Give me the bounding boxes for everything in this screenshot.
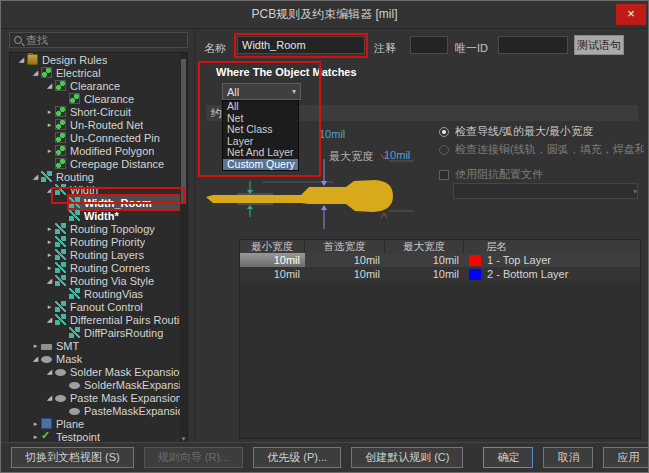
expander-closed-icon[interactable]: ▸ xyxy=(44,235,55,248)
tree-item-label: Design Rules xyxy=(42,54,107,66)
c-button[interactable]: 创建默认规则 (C) xyxy=(351,447,463,468)
scope-option-net-and-layer[interactable]: Net And Layer xyxy=(223,147,298,159)
close-icon[interactable]: × xyxy=(616,4,646,25)
preferred-width-cell[interactable]: 10mil xyxy=(305,253,385,267)
tree-item-paste-mask-expansion[interactable]: ◢Paste Mask Expansion xyxy=(10,391,187,404)
tree-item-routing-via-style[interactable]: ◢Routing Via Style xyxy=(10,274,187,287)
search-box[interactable] xyxy=(9,32,188,48)
title-bar: PCB规则及约束编辑器 [mil] × xyxy=(1,1,648,29)
p-button[interactable]: 优先级 (P)... xyxy=(253,447,341,468)
tree-item-clearance[interactable]: ◢Clearance xyxy=(10,79,187,92)
expander-closed-icon[interactable]: ▸ xyxy=(30,417,41,430)
tree-item-fanout-control[interactable]: ▸Fanout Control xyxy=(10,300,187,313)
comment-input[interactable] xyxy=(410,36,448,54)
table-row[interactable]: 10mil10mil10mil2 - Bottom Layer xyxy=(240,267,640,281)
-button[interactable]: 应用 xyxy=(603,447,649,468)
tree-item-short-circuit[interactable]: ▸Short-Circuit xyxy=(10,105,187,118)
test-query-button[interactable]: 测试语句 xyxy=(574,35,624,55)
smt-icon xyxy=(41,344,52,350)
tree-item-routing-corners[interactable]: ▸Routing Corners xyxy=(10,261,187,274)
impedance-profile-select[interactable]: ▾ xyxy=(453,183,638,199)
scope-option-net-class[interactable]: Net Class xyxy=(223,124,298,136)
expander-closed-icon[interactable]: ▸ xyxy=(44,105,55,118)
checkbox-icon[interactable] xyxy=(439,170,449,180)
-button[interactable]: 确定 xyxy=(483,447,533,468)
column-header-[interactable]: 最大宽度 xyxy=(385,240,464,253)
expander-open-icon[interactable]: ◢ xyxy=(44,313,55,326)
column-header-[interactable]: 首选宽度 xyxy=(305,240,385,253)
min-width-cell[interactable]: 10mil xyxy=(240,253,305,267)
radio-option-0[interactable]: 检查导线/弧的最大/最小宽度 xyxy=(439,125,644,138)
tree-item-routing-topology[interactable]: ▸Routing Topology xyxy=(10,222,187,235)
radio-icon[interactable] xyxy=(439,145,449,155)
tree-item-un-routed-net[interactable]: ▸Un-Routed Net xyxy=(10,118,187,131)
search-input[interactable] xyxy=(26,34,183,46)
checkbox-option-2[interactable]: 使用阻抗配置文件 xyxy=(439,168,644,181)
track-icon xyxy=(55,236,66,247)
track-icon xyxy=(69,210,80,221)
expander-open-icon[interactable]: ◢ xyxy=(16,53,27,66)
layer-cell[interactable]: 1 - Top Layer xyxy=(464,253,640,267)
tree-item-width[interactable]: Width* xyxy=(10,209,187,222)
radio-option-1[interactable]: 检查连接铜(线轨，圆弧，填充，焊盘和过孔)最小 xyxy=(439,143,644,156)
layer-cell[interactable]: 2 - Bottom Layer xyxy=(464,267,640,281)
expander-closed-icon[interactable]: ▸ xyxy=(44,300,55,313)
preferred-width-cell[interactable]: 10mil xyxy=(305,267,385,281)
tree-item-electrical[interactable]: ◢Electrical xyxy=(10,66,187,79)
column-header-[interactable]: 层名 xyxy=(464,240,640,253)
-button[interactable]: 取消 xyxy=(543,447,593,468)
expander-closed-icon[interactable]: ▸ xyxy=(30,339,41,352)
tree-item-clearance[interactable]: Clearance xyxy=(10,92,187,105)
tree-item-diffpairsrouting[interactable]: DiffPairsRouting xyxy=(10,326,187,339)
min-width-cell[interactable]: 10mil xyxy=(240,267,305,281)
unique-id-input[interactable] xyxy=(498,36,568,54)
tree-item-modified-polygon[interactable]: ▸Modified Polygon xyxy=(10,144,187,157)
expander-closed-icon[interactable]: ▸ xyxy=(44,222,55,235)
tree-item-width-room[interactable]: Width_Room xyxy=(10,196,187,209)
expander-open-icon[interactable]: ◢ xyxy=(44,391,55,404)
scope-dropdown[interactable]: All ▾ xyxy=(222,83,301,100)
expander-closed-icon[interactable]: ▸ xyxy=(44,144,55,157)
tree-item-routing[interactable]: ◢Routing xyxy=(10,170,187,183)
expander-open-icon[interactable]: ◢ xyxy=(44,79,55,92)
name-input[interactable] xyxy=(237,36,365,54)
tree-item-soldermaskexpansion[interactable]: SolderMaskExpansion xyxy=(10,378,187,391)
expander-open-icon[interactable]: ◢ xyxy=(44,274,55,287)
tree-item-design-rules[interactable]: ◢Design Rules xyxy=(10,53,187,66)
tree-item-creepage-distance[interactable]: Creepage Distance xyxy=(10,157,187,170)
tree-item-mask[interactable]: ◢Mask xyxy=(10,352,187,365)
expander-closed-icon[interactable]: ▸ xyxy=(44,118,55,131)
s-button[interactable]: 切换到文档视图 (S) xyxy=(11,447,134,468)
tree-item-differential-pairs-routing[interactable]: ◢Differential Pairs Routing xyxy=(10,313,187,326)
tree-item-plane[interactable]: ▸Plane xyxy=(10,417,187,430)
expander-open-icon[interactable]: ◢ xyxy=(30,170,41,183)
scope-option-all[interactable]: All xyxy=(223,101,298,113)
tree-item-label: Solder Mask Expansion xyxy=(70,366,186,378)
width-table: 最小宽度首选宽度最大宽度层名 10mil10mil10mil1 - Top La… xyxy=(239,239,641,439)
expander-open-icon[interactable]: ◢ xyxy=(44,365,55,378)
expander-closed-icon[interactable]: ▸ xyxy=(44,261,55,274)
tree-item-width[interactable]: ◢Width xyxy=(10,183,187,196)
tree-item-pastemaskexpansion[interactable]: PasteMaskExpansion xyxy=(10,404,187,417)
expander-open-icon[interactable]: ◢ xyxy=(44,183,55,196)
tree-item-routing-priority[interactable]: ▸Routing Priority xyxy=(10,235,187,248)
tree-item-routing-layers[interactable]: ▸Routing Layers xyxy=(10,248,187,261)
expander-closed-icon[interactable]: ▸ xyxy=(44,248,55,261)
scope-option-net[interactable]: Net xyxy=(223,113,298,125)
tree-item-smt[interactable]: ▸SMT xyxy=(10,339,187,352)
tree-item-un-connected-pin[interactable]: Un-Connected Pin xyxy=(10,131,187,144)
expander-open-icon[interactable]: ◢ xyxy=(30,66,41,79)
tree-scrollbar-thumb[interactable] xyxy=(181,59,186,204)
scope-option-custom-query[interactable]: Custom Query xyxy=(223,159,298,171)
tree-item-solder-mask-expansion[interactable]: ◢Solder Mask Expansion xyxy=(10,365,187,378)
tree-item-label: Fanout Control xyxy=(70,301,143,313)
radio-icon[interactable] xyxy=(439,127,449,137)
max-width-cell[interactable]: 10mil xyxy=(385,253,464,267)
tree-scrollbar[interactable]: ▼ xyxy=(180,53,187,443)
expander-open-icon[interactable]: ◢ xyxy=(30,352,41,365)
column-header-[interactable]: 最小宽度 xyxy=(240,240,305,253)
max-width-cell[interactable]: 10mil xyxy=(385,267,464,281)
tree-item-routingvias[interactable]: RoutingVias xyxy=(10,287,187,300)
scope-option-layer[interactable]: Layer xyxy=(223,136,298,148)
table-row[interactable]: 10mil10mil10mil1 - Top Layer xyxy=(240,253,640,267)
